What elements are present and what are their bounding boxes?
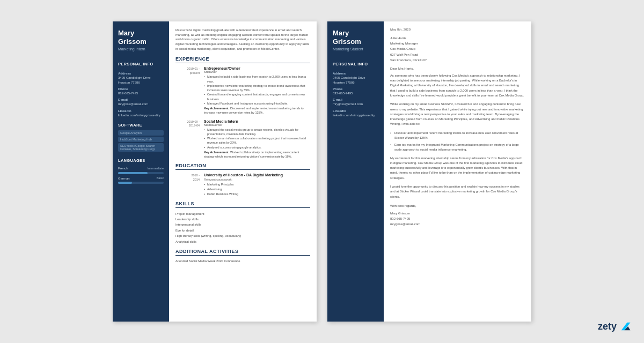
exp1-date: 2019-01 -present [175,66,200,115]
exp1-title: Entrepreneur/Owner [204,66,310,70]
cover-email-value: mrygriss@email.com [333,102,378,106]
skill-1: Project management [175,211,310,217]
french-label: French [118,166,128,170]
software-item-3: SEO tools (Google Search Console, Scream… [118,143,164,152]
edu-course-1: Marketing Principles [204,182,283,187]
exp1-company: StickWor [204,70,310,73]
cover-name: Mary Grissom [333,29,378,46]
cover-sidebar: Mary Grissom Marketing Student Personal … [327,21,384,322]
software-heading: Software [118,123,164,128]
software-item-2: HubSpot Marketing Hub [118,137,164,142]
zety-wordmark: zety [598,321,617,332]
resume-job-title: Marketing Intern [118,47,164,51]
french-bar-fill [118,172,148,174]
exp1-detail: Entrepreneur/Owner StickWor Managed to b… [204,66,310,115]
skills-heading: Skills [175,201,310,208]
experience-heading: Experience [175,56,310,63]
cover-phone-value: 832-665-7495 [333,91,378,95]
exp1-bullet2: Implemented newsletter marketing strateg… [204,84,310,93]
skill-6: Analytical skills [175,239,310,244]
cover-paragraph-2: While working on my small business Stick… [390,102,525,126]
exp2-bullet1: Managed the social media group to create… [204,128,310,137]
cover-linkedin-value: linkedin.com/in/mrygrissa-dity [333,113,378,117]
german-level: Basic [157,176,164,180]
resume-sidebar: Mary Grissom Marketing Intern Personal I… [113,21,169,322]
resume-document: Mary Grissom Marketing Intern Personal I… [113,21,317,322]
exp2-date: 2019-09 -2019-04 [175,120,200,159]
cover-recipient: Julie Harris Marketing Manager Cox Media… [390,35,525,63]
personal-info-heading: Personal Info [118,62,164,66]
software-item-1: Google Analytics [118,130,164,136]
education-heading: Education [175,163,310,170]
exp2-title: Social Media Intern [204,120,310,123]
exp2-company: MediaCenter [204,123,310,126]
edu-date: 2018 -2014 [175,173,200,196]
german-label: German [118,176,130,181]
cover-closing: With best regards, [390,203,525,208]
address-value: 3405 Candlelight DriveHouston 77586 [118,76,164,85]
edu-detail: University of Houston - BA Digital Marke… [204,173,283,196]
activity-1: Attended Social Media Week 2020 Conferen… [175,259,310,264]
cover-paragraph-3: My excitement for this marketing interns… [390,156,525,181]
german-lang-row: German Basic [118,176,164,181]
activities-heading: Additional Activities [175,249,310,256]
exp1-bullet1: Managed to build a side-business from sc… [204,74,310,84]
skill-3: Interpersonal skills [175,222,310,227]
cover-personal-info-heading: Personal Info [333,62,378,66]
cover-main-content: May 8th, 2020 Julie Harris Marketing Man… [384,21,531,322]
phone-label: Phone [118,87,164,91]
french-lang-row: French Intermediate [118,166,164,170]
resume-name: Mary Grissom [118,29,164,46]
cover-bullet-2: Earn top marks for my Integrated Marketi… [390,143,525,153]
edu-relevant-label: Relevant coursework: [204,178,283,181]
edu-degree: University of Houston - BA Digital Marke… [204,173,283,177]
phone-value: 832-665-7495 [118,91,164,95]
resume-summary: Resourceful digital marketing graduate w… [175,28,310,51]
exp1-bullet4: Managed Facebook and Instagram accounts … [204,101,310,106]
exp1-bullet3: Created fun and engaging content that at… [204,92,310,101]
cover-paragraph-1: As someone who has been closely followin… [390,73,525,98]
edu-course-2: Advertising [204,187,283,192]
cover-address-label: Address [333,72,378,75]
skill-2: Leadership skills [175,217,310,222]
address-label: Address [118,72,164,75]
german-bar-fill [118,182,132,184]
french-level: Intermediate [147,167,164,170]
german-bar-bg [118,182,164,184]
skill-5: High literacy skills (writing, spelling,… [175,233,310,238]
exp2-bullet3: Analyzed success using google analytics. [204,145,310,150]
education-item-1: 2018 -2014 University of Houston - BA Di… [175,173,310,196]
zety-logo: zety [598,320,631,332]
exp2-bullet2: Worked on an influencer collaboration ma… [204,136,310,145]
edu-course-3: Public Relations Writing [204,192,283,197]
resume-main: Resourceful digital marketing graduate w… [169,21,317,322]
email-label: E-mail [118,98,164,101]
linkedin-label: LinkedIn [118,109,164,113]
cover-paragraph-4: I would love the opportunity to discuss … [390,184,525,199]
skill-4: Eye for detail [175,228,310,233]
cover-letter-document: Mary Grissom Marketing Student Personal … [327,21,531,322]
languages-heading: Languages [118,158,164,163]
cover-phone-label: Phone [333,87,378,91]
cover-email-label: E-mail [333,98,378,101]
experience-item-2: 2019-09 -2019-04 Social Media Intern Med… [175,120,310,159]
cover-signature: Mary Grissom 832-665-7495 mrygriss@email… [390,211,525,227]
exp2-detail: Social Media Intern MediaCenter Managed … [204,120,310,159]
cover-address-value: 3405 Candlelight DriveHouston 77586 [333,76,378,85]
email-value: mrygriss@email.com [118,102,164,106]
cover-date: May 8th, 2020 [390,28,525,31]
cover-job-title: Marketing Student [333,47,378,51]
linkedin-value: linkedin.com/in/mrygrissa-dity [118,113,164,117]
french-bar-bg [118,172,164,174]
cover-bullet-1: Discover and implement recent marketing … [390,131,525,141]
exp1-key-achievement: Key Achievement: Discovered and implemen… [204,107,310,115]
experience-item-1: 2019-01 -present Entrepreneur/Owner Stic… [175,66,310,115]
zety-icon [619,320,631,332]
exp2-key-achievement: Key Achievement: Worked collaboratively … [204,151,310,159]
cover-salutation: Dear Mrs Harris, [390,67,525,70]
cover-linkedin-label: LinkedIn [333,109,378,113]
